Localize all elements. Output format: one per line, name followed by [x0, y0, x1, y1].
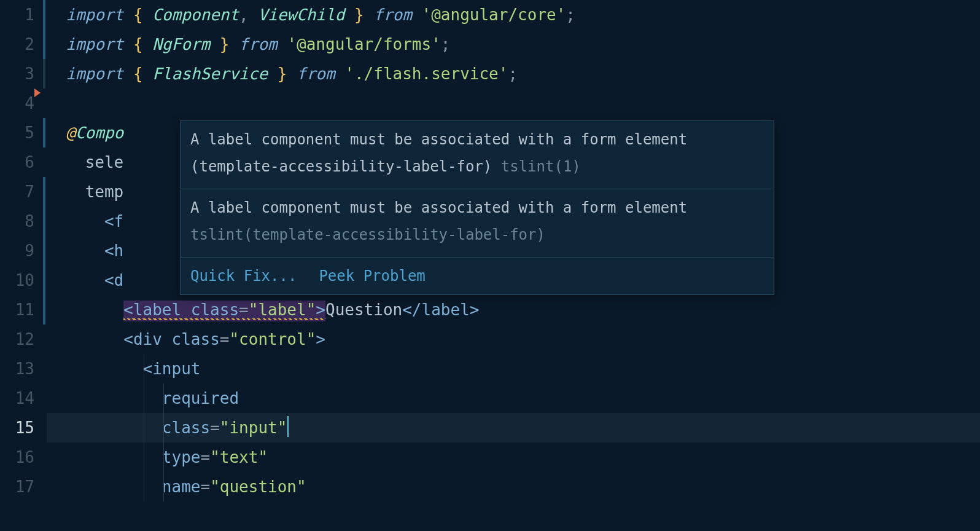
tooltip-actions: Quick Fix... Peek Problem: [181, 257, 774, 294]
tooltip-text: A label component must be associated wit…: [190, 131, 687, 175]
attr-value: "control": [229, 330, 316, 348]
tooltip-text: A label component must be associated wit…: [190, 199, 687, 216]
code-text: sele: [85, 153, 124, 171]
line-number-gutter: 1 2 3 4 5 6 7 8 9 10 11 12 13 14 15 16 1…: [0, 0, 42, 531]
brace: }: [268, 65, 287, 83]
attr-name: class: [191, 301, 239, 319]
tag-open: <input: [143, 360, 201, 378]
code-text: <f: [104, 212, 123, 230]
code-area[interactable]: import { Component, ViewChild } from '@a…: [42, 0, 980, 531]
code-text: <h: [104, 242, 123, 260]
code-text: <d: [104, 271, 123, 289]
string: './flash.service': [344, 65, 508, 83]
equals: =: [239, 301, 249, 319]
code-line[interactable]: <input: [47, 354, 980, 384]
tooltip-source: tslint(1): [501, 158, 581, 175]
attr-name: type: [162, 448, 201, 466]
line-number: 6: [0, 148, 34, 177]
attr-value: "question": [210, 478, 306, 496]
line-number: 4: [0, 88, 34, 118]
keyword-import: import: [66, 6, 123, 24]
keyword-import: import: [66, 35, 123, 53]
attr-name: class: [172, 330, 220, 348]
semicolon: ;: [566, 6, 575, 24]
line-number: 8: [0, 206, 34, 236]
line-number: 10: [0, 266, 34, 295]
tooltip-message: A label component must be associated wit…: [181, 189, 774, 257]
code-line[interactable]: <label class="label">Question</label>: [47, 295, 980, 324]
brace: {: [133, 6, 152, 24]
line-number: 17: [0, 472, 34, 502]
line-number: 3: [0, 59, 34, 88]
closing-tag: </label>: [402, 301, 479, 319]
decorator-at: @: [66, 124, 76, 142]
diagnostic-hover-tooltip[interactable]: A label component must be associated wit…: [180, 120, 774, 295]
line-number: 13: [0, 354, 34, 384]
attr-value: "text": [210, 448, 268, 466]
line-number: 12: [0, 324, 34, 354]
code-line[interactable]: [47, 88, 980, 118]
line-number: 7: [0, 177, 34, 206]
text-content: Question: [325, 301, 402, 319]
code-text: temp: [85, 183, 124, 201]
lint-warning-highlight[interactable]: <label class="label">: [123, 301, 325, 321]
identifier: Component: [152, 6, 239, 24]
code-line[interactable]: import { Component, ViewChild } from '@a…: [47, 0, 980, 30]
tag-close-bracket: >: [316, 330, 325, 348]
tooltip-message: A label component must be associated wit…: [181, 121, 774, 189]
peek-problem-link[interactable]: Peek Problem: [319, 262, 425, 289]
brace: {: [133, 35, 152, 53]
semicolon: ;: [441, 35, 451, 53]
tag-open: <label: [123, 301, 191, 319]
code-editor[interactable]: 1 2 3 4 5 6 7 8 9 10 11 12 13 14 15 16 1…: [0, 0, 980, 531]
equals: =: [220, 330, 230, 348]
equals: =: [210, 419, 220, 437]
fold-hint-icon[interactable]: [34, 88, 41, 97]
code-line[interactable]: import { NgForm } from '@angular/forms';: [47, 30, 980, 59]
code-line[interactable]: import { FlashService } from './flash.se…: [47, 59, 980, 88]
attr-name: required: [162, 389, 239, 407]
line-number: 11: [0, 295, 34, 324]
tag-open: <div: [123, 330, 171, 348]
string: '@angular/core': [422, 6, 566, 24]
tag-close-bracket: >: [316, 301, 325, 319]
line-number: 15: [0, 413, 34, 442]
identifier: ViewChild: [258, 6, 344, 24]
line-number: 5: [0, 118, 34, 148]
text-cursor: [287, 416, 289, 437]
identifier: NgForm: [152, 35, 210, 53]
comma: ,: [239, 6, 258, 24]
line-number: 16: [0, 442, 34, 472]
brace: {: [133, 65, 152, 83]
keyword-from: from: [239, 35, 278, 53]
line-number: 14: [0, 384, 34, 413]
code-line[interactable]: <div class="control">: [47, 324, 980, 354]
equals: =: [200, 478, 210, 496]
equals: =: [200, 448, 210, 466]
code-line[interactable]: required: [47, 384, 980, 413]
line-number: 1: [0, 0, 34, 30]
attr-value: "label": [249, 301, 316, 319]
attr-name: name: [162, 478, 201, 496]
code-line-current[interactable]: class="input": [47, 413, 980, 442]
attr-value: "input": [220, 419, 287, 437]
keyword-from: from: [373, 6, 412, 24]
attr-name: class: [162, 419, 210, 437]
identifier: FlashService: [152, 65, 268, 83]
decorator-name: Compo: [76, 124, 123, 142]
keyword-from: from: [297, 65, 335, 83]
keyword-import: import: [66, 65, 123, 83]
brace: }: [344, 6, 364, 24]
code-line[interactable]: type="text": [47, 442, 980, 472]
quick-fix-link[interactable]: Quick Fix...: [190, 262, 297, 289]
string: '@angular/forms': [287, 35, 440, 53]
line-number: 2: [0, 30, 34, 59]
semicolon: ;: [508, 65, 518, 83]
code-line[interactable]: name="question": [47, 472, 980, 502]
brace: }: [210, 35, 229, 53]
tooltip-source: tslint(template-accessibility-label-for): [190, 226, 545, 243]
line-number: 9: [0, 236, 34, 266]
